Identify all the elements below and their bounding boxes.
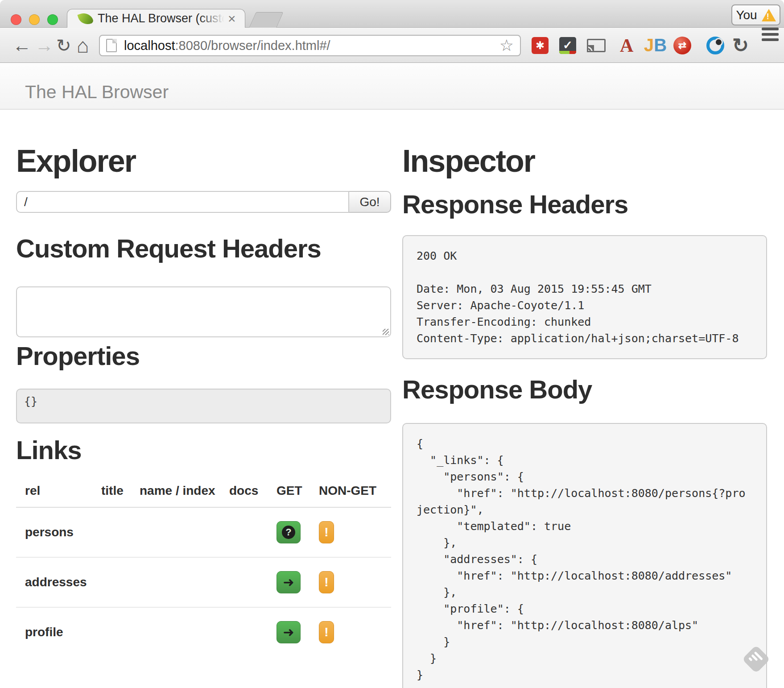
resize-grip-icon[interactable] (383, 329, 389, 335)
col-non-get: NON-GET (310, 482, 391, 507)
explorer-address-group: Go! (16, 191, 391, 213)
rel-label: persons (16, 507, 92, 557)
go-button[interactable]: Go! (349, 191, 391, 213)
properties-title: Properties (16, 343, 391, 370)
inspector-title: Inspector (402, 145, 767, 177)
minimize-window-button[interactable] (29, 14, 40, 25)
exclamation-icon: ! (324, 625, 328, 639)
col-rel: rel (16, 482, 92, 507)
window-controls (11, 14, 58, 25)
app-brand: The HAL Browser (25, 82, 169, 103)
empty-cell (92, 507, 131, 557)
session-refresh-extension-icon[interactable]: ↻ (732, 28, 749, 63)
rel-label: addresses (16, 557, 92, 607)
col-docs: docs (220, 482, 268, 507)
get-button[interactable]: ➜ (276, 621, 301, 643)
explorer-address-input[interactable] (16, 191, 349, 213)
table-row-addresses: addresses ➜ ! (16, 557, 391, 607)
custom-headers-wrap (16, 286, 391, 339)
zoom-window-button[interactable] (47, 14, 58, 25)
profile-button-label: You (736, 8, 757, 22)
question-icon: ? (282, 526, 295, 539)
empty-cell (92, 557, 131, 607)
reload-button[interactable]: ↻ (56, 28, 71, 63)
warning-icon: ! (762, 9, 776, 21)
response-body-box: { "_links": { "persons": { "href": "http… (402, 423, 767, 688)
app-navbar: The HAL Browser (0, 63, 784, 110)
forward-button[interactable]: → (35, 28, 54, 63)
non-get-button[interactable]: ! (319, 521, 334, 543)
cast-extension-icon[interactable] (587, 28, 606, 63)
response-body-title: Response Body (402, 376, 767, 403)
get-button[interactable]: ➜ (276, 571, 301, 593)
lastpass-extension-icon[interactable]: ✱ (532, 28, 549, 63)
sync-extension-icon[interactable]: ⇄ (673, 28, 691, 63)
col-name-index: name / index (131, 482, 220, 507)
tab-close-icon[interactable]: × (228, 12, 236, 25)
empty-cell (131, 607, 220, 657)
checkmark-extension-icon[interactable]: ✓ (559, 28, 576, 63)
exclamation-icon: ! (324, 575, 328, 589)
home-button[interactable]: ⌂ (77, 28, 89, 63)
arrow-right-icon: ➜ (283, 626, 294, 639)
browser-chrome: The HAL Browser (customiz × You ! ← → ↻ … (0, 0, 784, 63)
close-window-button[interactable] (11, 14, 21, 25)
main-content: Explorer Go! Custom Request Headers Prop… (0, 110, 784, 688)
col-title: title (92, 482, 131, 507)
empty-cell (92, 607, 131, 657)
response-headers-title: Response Headers (402, 191, 767, 218)
url-host: localhost (124, 38, 175, 53)
url-text: localhost:8080/browser/index.html#/ (124, 38, 496, 53)
url-path: :8080/browser/index.html#/ (175, 38, 330, 53)
rel-label: profile (16, 607, 92, 657)
back-button[interactable]: ← (12, 28, 31, 63)
non-get-button[interactable]: ! (319, 621, 334, 643)
table-row-persons: persons ? ! (16, 507, 391, 557)
tab-title: The HAL Browser (customiz (98, 12, 224, 25)
checker-strip (559, 51, 576, 54)
tab-strip: The HAL Browser (customiz × You ! (0, 0, 784, 28)
page-icon (106, 39, 117, 52)
bookmark-star-icon[interactable]: ☆ (499, 36, 514, 55)
empty-cell (131, 557, 220, 607)
empty-cell (220, 507, 268, 557)
custom-headers-textarea[interactable] (16, 286, 391, 337)
new-tab-button[interactable] (249, 12, 284, 28)
profile-button[interactable]: You ! (731, 4, 780, 25)
table-row-profile: profile ➜ ! (16, 607, 391, 657)
letter-a-extension-icon[interactable]: A (620, 28, 633, 63)
col-get: GET (268, 482, 310, 507)
empty-cell (131, 507, 220, 557)
links-header-row: rel title name / index docs GET NON-GET (16, 482, 391, 507)
explorer-panel: Explorer Go! Custom Request Headers Prop… (16, 145, 391, 657)
empty-cell (220, 557, 268, 607)
properties-value: {} (16, 389, 391, 423)
jb-extension-icon[interactable]: JB (644, 28, 667, 63)
non-get-button[interactable]: ! (319, 571, 334, 593)
browser-tab[interactable]: The HAL Browser (customiz × (67, 9, 245, 28)
get-templated-button[interactable]: ? (276, 521, 301, 543)
browser-toolbar: ← → ↻ ⌂ localhost:8080/browser/index.htm… (0, 28, 784, 63)
blue-circle-extension-icon[interactable] (706, 28, 724, 63)
custom-request-headers-title: Custom Request Headers (16, 235, 391, 262)
links-table: rel title name / index docs GET NON-GET … (16, 482, 391, 657)
inspector-panel: Inspector Response Headers 200 OK Date: … (402, 145, 767, 688)
exclamation-icon: ! (324, 525, 328, 539)
address-bar[interactable]: localhost:8080/browser/index.html#/ ☆ (99, 35, 521, 56)
arrow-right-icon: ➜ (283, 576, 294, 589)
spring-leaf-favicon (77, 11, 94, 27)
links-title: Links (16, 437, 391, 464)
response-headers-box: 200 OK Date: Mon, 03 Aug 2015 19:55:45 G… (402, 235, 767, 359)
chrome-menu-icon[interactable] (762, 28, 779, 63)
empty-cell (220, 607, 268, 657)
explorer-title: Explorer (16, 145, 391, 177)
